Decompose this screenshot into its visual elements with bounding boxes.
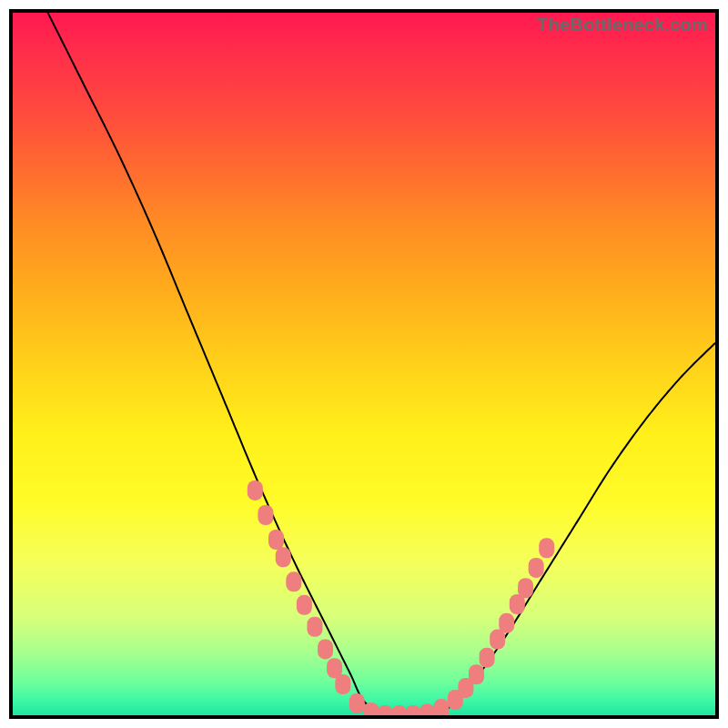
data-marker [539,538,554,558]
data-marker [363,703,379,715]
bottleneck-curve [48,13,715,715]
data-marker [391,705,407,715]
data-marker [335,674,350,694]
chart-container: TheBottleneck.com [0,0,728,728]
data-marker [286,571,301,592]
marker-group [248,480,554,715]
data-marker [469,664,484,684]
data-marker [307,617,322,637]
data-marker [248,480,263,500]
data-marker [258,505,273,525]
data-marker [420,703,435,715]
watermark-text: TheBottleneck.com [537,15,708,35]
plot-area: TheBottleneck.com [9,9,719,719]
data-marker [406,705,421,715]
data-marker [518,578,533,598]
data-marker [499,613,514,633]
data-marker [378,705,393,715]
data-marker [433,699,449,715]
data-marker [297,595,312,615]
data-marker [268,530,284,550]
data-marker [318,639,333,659]
data-marker [529,558,544,578]
curve-svg [13,13,715,715]
data-marker [276,547,291,567]
data-marker [349,693,365,713]
data-marker [480,648,495,668]
